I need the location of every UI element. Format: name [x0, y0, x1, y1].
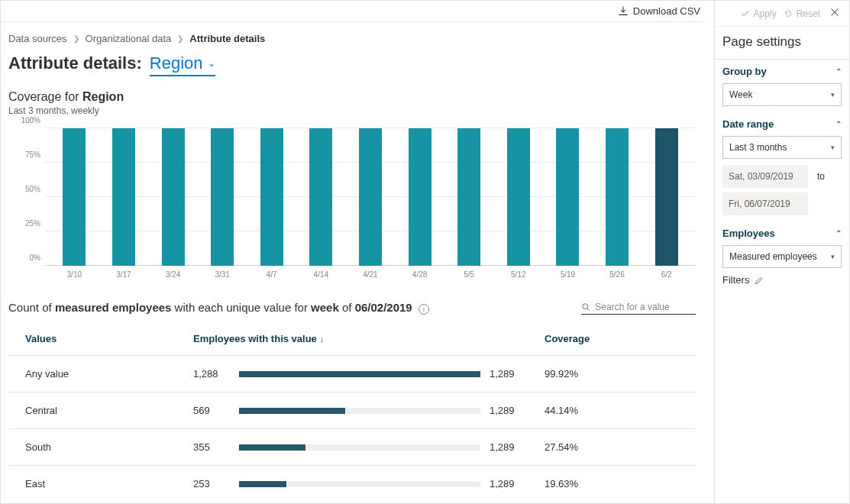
col-header-values[interactable]: Values: [8, 322, 184, 356]
x-tick-label: 5/5: [457, 270, 480, 279]
info-icon[interactable]: i: [419, 304, 429, 315]
x-tick-label: 4/7: [260, 270, 283, 279]
chart-bar[interactable]: [655, 128, 678, 266]
chart-bar[interactable]: [457, 128, 480, 266]
svg-point-0: [583, 303, 588, 309]
date-range-header[interactable]: Date range ⌃: [722, 118, 842, 130]
download-label: Download CSV: [633, 5, 700, 17]
employees-select[interactable]: Measured employees ▾: [722, 245, 842, 268]
crumb-data-sources[interactable]: Data sources: [8, 33, 67, 44]
y-tick-label: 75%: [25, 150, 40, 159]
reset-button[interactable]: Reset: [783, 8, 820, 19]
cell-value: Any value: [8, 356, 184, 393]
date-to-label: to: [817, 171, 825, 182]
date-to-field[interactable]: Fri, 06/07/2019: [722, 192, 808, 215]
cell-coverage: 44.14%: [535, 393, 696, 429]
y-tick-label: 25%: [25, 219, 40, 228]
x-tick-label: 3/31: [211, 270, 234, 279]
apply-button[interactable]: Apply: [740, 8, 777, 19]
x-tick-label: 3/24: [162, 270, 185, 279]
main-content: Download CSV Data sources ❯ Organization…: [1, 1, 703, 504]
chart-bar[interactable]: [211, 128, 234, 266]
coverage-heading: Coverage for Region: [8, 90, 696, 104]
search-icon: [581, 302, 590, 312]
panel-toolbar: Apply Reset: [715, 1, 849, 27]
cell-coverage: 19.63%: [535, 466, 696, 502]
y-tick-label: 100%: [21, 116, 40, 124]
emp-bar: [239, 481, 480, 487]
x-tick-label: 5/12: [507, 270, 530, 279]
employees-header[interactable]: Employees ⌃: [722, 228, 842, 239]
x-tick-label: 4/28: [409, 270, 431, 279]
emp-bar: [239, 371, 480, 377]
cell-coverage: 99.92%: [535, 356, 696, 393]
edit-icon: [754, 275, 764, 286]
emp-max: 1,289: [490, 368, 526, 380]
col-header-employees[interactable]: Employees with this value↓: [184, 322, 535, 356]
cell-value: East: [8, 466, 184, 502]
chevron-down-icon: ▾: [831, 91, 835, 99]
chevron-down-icon: ▾: [831, 144, 835, 151]
chart-bar[interactable]: [260, 128, 283, 266]
emp-bar: [239, 444, 480, 451]
table-title: Count of measured employees with each un…: [8, 301, 429, 315]
emp-bar: [239, 408, 480, 414]
chart-bar[interactable]: [309, 128, 332, 266]
coverage-subtitle: Last 3 months, weekly: [8, 105, 696, 116]
chart-bar[interactable]: [63, 128, 86, 266]
chevron-up-icon: ⌃: [835, 67, 842, 76]
chart-bar[interactable]: [359, 128, 382, 266]
x-tick-label: 3/10: [63, 270, 86, 279]
breadcrumb: Data sources ❯ Organizational data ❯ Att…: [8, 33, 696, 44]
chart-bar[interactable]: [606, 128, 629, 266]
close-panel-button[interactable]: [826, 7, 843, 20]
crumb-attribute-details: Attribute details: [189, 33, 265, 44]
settings-panel: Apply Reset Page settings Group by ⌃ Wee…: [714, 1, 849, 504]
emp-count: 1,288: [193, 368, 230, 380]
page-title: Attribute details: Region ⌄: [8, 53, 696, 76]
cell-employees: 2531,289: [184, 466, 535, 502]
x-tick-label: 3/17: [112, 270, 135, 279]
chevron-right-icon: ❯: [177, 34, 183, 43]
y-tick-label: 50%: [25, 185, 40, 193]
emp-max: 1,289: [490, 405, 526, 416]
group-by-header[interactable]: Group by ⌃: [722, 66, 842, 77]
check-icon: [740, 8, 751, 19]
x-tick-label: 6/2: [655, 270, 678, 279]
chevron-up-icon: ⌃: [835, 229, 842, 237]
chart-bar[interactable]: [112, 128, 135, 266]
emp-count: 253: [193, 478, 230, 489]
filters-button[interactable]: Filters: [722, 274, 842, 286]
table-row[interactable]: South3551,28927.54%: [8, 429, 696, 466]
chart-bar[interactable]: [556, 128, 579, 266]
panel-title: Page settings: [715, 27, 849, 60]
cell-coverage: 27.54%: [535, 429, 696, 466]
date-range-select[interactable]: Last 3 months ▾: [722, 136, 842, 159]
cell-employees: 3551,289: [184, 429, 535, 466]
table-row[interactable]: East2531,28919.63%: [8, 466, 696, 502]
attribute-dropdown[interactable]: Region ⌄: [150, 53, 215, 76]
page-title-text: Attribute details:: [8, 53, 142, 73]
chevron-up-icon: ⌃: [835, 120, 842, 128]
emp-count: 355: [193, 441, 230, 453]
emp-max: 1,289: [490, 441, 526, 453]
col-header-coverage[interactable]: Coverage: [535, 322, 696, 356]
crumb-org-data[interactable]: Organizational data: [86, 33, 172, 44]
date-from-field[interactable]: Sat, 03/09/2019: [722, 165, 808, 188]
cell-employees: 5691,289: [184, 393, 535, 429]
chart-bar[interactable]: [507, 128, 530, 266]
table-row[interactable]: Central5691,28944.14%: [8, 393, 696, 429]
emp-max: 1,289: [490, 478, 526, 489]
table-row[interactable]: Any value1,2881,28999.92%: [8, 356, 696, 393]
search-input[interactable]: [595, 302, 696, 312]
y-tick-label: 0%: [30, 254, 40, 262]
cell-value: South: [8, 429, 184, 466]
close-icon: [829, 7, 840, 18]
toolbar: Download CSV: [1, 1, 703, 22]
download-csv-button[interactable]: Download CSV: [618, 5, 700, 17]
group-by-select[interactable]: Week ▾: [722, 83, 842, 106]
chart-bar[interactable]: [162, 128, 185, 266]
x-tick-label: 5/19: [556, 270, 579, 279]
chart-bar[interactable]: [409, 128, 431, 266]
x-tick-label: 5/26: [606, 270, 629, 279]
